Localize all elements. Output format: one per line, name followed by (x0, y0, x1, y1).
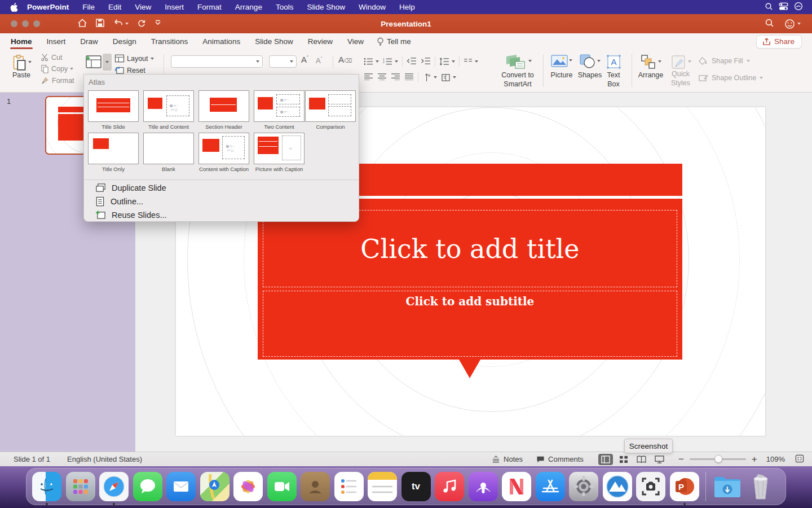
line-spacing-button[interactable] (439, 58, 455, 65)
layout-option-picture-with-caption[interactable]: ▭ Picture with Caption (254, 133, 304, 172)
dock-item-contacts[interactable] (299, 471, 331, 502)
layout-option-blank[interactable]: Blank (143, 133, 194, 172)
tab-review[interactable]: Review (301, 33, 340, 50)
tab-view[interactable]: View (340, 33, 371, 50)
menu-file[interactable]: File (76, 0, 102, 14)
zoom-slider[interactable] (690, 458, 746, 460)
format-painter-button[interactable]: Format (41, 76, 74, 85)
dock-item-app-store[interactable] (535, 471, 566, 502)
text-direction-button[interactable] (441, 73, 456, 82)
reset-button[interactable]: Reset (114, 66, 154, 75)
zoom-level[interactable]: 109% (766, 455, 785, 463)
tab-transitions[interactable]: Transitions (144, 33, 196, 50)
new-slide-button[interactable] (83, 54, 112, 71)
share-button[interactable]: Share (756, 35, 802, 49)
zoom-out-button[interactable]: − (678, 454, 684, 465)
undo-icon[interactable] (113, 18, 123, 30)
paste-button[interactable]: Paste (9, 54, 34, 79)
align-right-button[interactable] (391, 73, 400, 82)
slide-sorter-view-button[interactable] (616, 454, 631, 465)
font-name-combo[interactable] (171, 55, 263, 68)
dock-item-photos[interactable] (232, 471, 264, 502)
zoom-in-button[interactable]: + (752, 454, 757, 465)
menu-help[interactable]: Help (392, 0, 422, 14)
dock-item-finder[interactable] (31, 471, 63, 502)
language-indicator[interactable]: English (United States) (67, 455, 142, 463)
align-center-button[interactable] (377, 73, 387, 82)
increase-font-size-button[interactable]: Aˆ (301, 55, 308, 64)
menu-view[interactable]: View (128, 0, 158, 14)
normal-view-button[interactable] (598, 454, 613, 465)
duplicate-slide-menu-item[interactable]: Duplicate Slide (95, 183, 166, 192)
bullets-button[interactable] (364, 58, 379, 65)
shape-fill-button[interactable]: Shape Fill (698, 56, 750, 65)
dock-item-music[interactable] (434, 471, 465, 502)
menu-insert[interactable]: Insert (158, 0, 191, 14)
clear-formatting-button[interactable]: A⌫ (338, 55, 352, 64)
zoom-slider-thumb[interactable] (714, 455, 722, 463)
shapes-button[interactable]: Shapes (576, 54, 603, 79)
comments-button[interactable]: Comments (536, 455, 584, 463)
align-left-button[interactable] (364, 73, 373, 82)
dock-item-maps[interactable] (199, 471, 231, 502)
arrange-button[interactable]: Arrange (636, 54, 665, 79)
notes-button[interactable]: Notes (492, 455, 523, 463)
shape-outline-button[interactable]: Shape Outline (698, 73, 763, 82)
menu-app-name[interactable]: PowerPoint (20, 3, 76, 11)
text-box-button[interactable]: A Text Box (602, 54, 625, 89)
control-center-icon[interactable] (779, 2, 788, 12)
layout-option-two-content[interactable]: ▦▱◌▦▱◌ Two Content (254, 90, 304, 130)
dock-item-reminders[interactable] (333, 471, 365, 502)
tab-draw[interactable]: Draw (73, 33, 105, 50)
vertical-align-button[interactable] (422, 73, 437, 82)
increase-indent-button[interactable] (421, 57, 431, 67)
dock-item-news[interactable] (501, 471, 532, 502)
dock-item-messages[interactable] (132, 471, 164, 502)
layout-option-comparison[interactable]: Comparison (305, 90, 356, 130)
reuse-slides-menu-item[interactable]: Reuse Slides... (95, 210, 167, 220)
close-window-button[interactable] (11, 20, 17, 27)
menu-window[interactable]: Window (352, 0, 392, 14)
copy-button[interactable]: Copy (41, 64, 74, 73)
dock-item-podcasts[interactable] (467, 471, 499, 502)
save-icon[interactable] (95, 18, 105, 30)
slide-pointer-shape[interactable] (459, 360, 480, 378)
dock-item-safari[interactable] (98, 471, 130, 502)
font-size-combo[interactable] (269, 55, 297, 68)
home-icon[interactable] (77, 18, 87, 30)
cut-button[interactable]: Cut (41, 53, 74, 62)
layout-option-title-and-content[interactable]: ▦▱◌▭◻ Title and Content (143, 90, 194, 130)
minimize-window-button[interactable] (22, 20, 29, 27)
dock-item-launchpad[interactable] (65, 471, 96, 502)
new-slide-chevron[interactable] (103, 54, 112, 71)
tab-slide-show[interactable]: Slide Show (248, 33, 301, 50)
layout-option-title-slide[interactable]: Title Slide (88, 90, 139, 130)
dock-item-tv[interactable]: tv (400, 471, 432, 502)
dock-item-downloads[interactable] (712, 471, 743, 502)
siri-icon[interactable] (794, 2, 803, 12)
zoom-window-button[interactable] (33, 20, 40, 27)
columns-button[interactable] (464, 58, 478, 65)
tab-home[interactable]: Home (3, 33, 39, 50)
dock-item-trash[interactable] (745, 471, 776, 502)
window-title-bar[interactable]: Presentation1 (0, 14, 812, 33)
menu-arrange[interactable]: Arrange (228, 0, 269, 14)
dock-item-facetime[interactable] (266, 471, 298, 502)
layout-button[interactable]: Layout (114, 54, 154, 63)
undo-menu-chevron-icon[interactable] (125, 23, 129, 25)
dock-item-notes[interactable] (367, 471, 398, 502)
tab-design[interactable]: Design (105, 33, 144, 50)
menubar-search-icon[interactable] (765, 2, 773, 12)
menu-slide-show[interactable]: Slide Show (300, 0, 352, 14)
customize-toolbar-chevron-icon[interactable] (155, 19, 161, 29)
account-button[interactable] (784, 19, 801, 29)
titlebar-search-icon[interactable] (765, 18, 774, 30)
redo-icon[interactable] (136, 18, 147, 30)
outline-menu-item[interactable]: Outline... (95, 196, 143, 207)
tell-me-button[interactable]: Tell me (371, 37, 417, 46)
reading-view-button[interactable] (634, 454, 649, 465)
tab-insert[interactable]: Insert (39, 33, 73, 50)
subtitle-placeholder[interactable]: Click to add subtitle (263, 291, 677, 357)
dock-item-screenshot[interactable] (635, 471, 667, 502)
layout-option-title-only[interactable]: Title Only (88, 133, 139, 172)
